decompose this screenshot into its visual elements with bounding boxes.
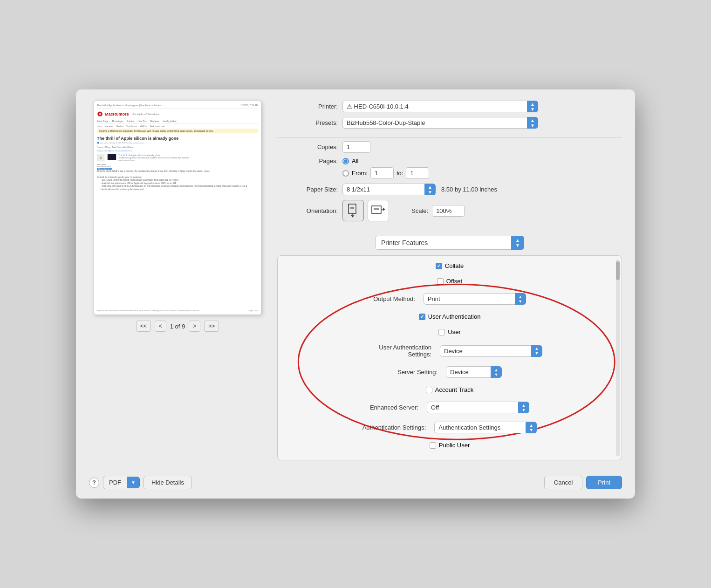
output-method-row: Output Method: Print ▲▼ [285,293,614,305]
landscape-button[interactable] [368,200,389,221]
printer-features-row: Printer Features ▲▼ [277,236,622,250]
preview-page-number: Page 1 of 9 [249,309,258,312]
public-user-checkbox[interactable] [430,442,436,449]
preview-logo: ⚙ MacRumors Got a tip for us? Let us kno… [97,110,258,118]
user-auth-checkbox[interactable] [419,314,425,320]
collate-label: Collate [445,262,464,269]
paper-size-select-wrapper: 8 1/2x11 ▲▼ [342,184,436,195]
server-setting-select[interactable]: Device [446,366,502,378]
user-auth-settings-select[interactable]: Device [440,345,542,357]
print-dialog: The thrill of Apple silicon is already g… [76,89,635,499]
preview-article-title: The thrill of Apple silicon is already g… [97,136,258,141]
user-checkbox[interactable] [438,329,445,335]
help-button[interactable]: ? [89,478,99,488]
preview-banner: Become a MacRumors Supporter for $50/yea… [97,129,258,133]
orientation-row: Orientation: [277,200,622,221]
printer-label: Printer: [277,103,338,110]
paper-size-select[interactable]: 8 1/2x11 [342,184,436,195]
user-auth-settings-row: User Authentication Settings: Device ▲▼ [285,344,614,358]
public-user-row: Public User [285,442,614,449]
collate-checkbox[interactable] [436,263,442,269]
features-scrollbar-thumb [616,261,620,280]
public-user-label: Public User [439,442,470,449]
presets-label: Presets: [277,119,338,126]
pages-all-radio[interactable] [342,158,349,164]
preview-panel: The thrill of Apple silicon is already g… [89,101,266,460]
portrait-button[interactable] [342,200,364,221]
enhanced-server-select[interactable]: Off [427,402,529,413]
user-checkbox-wrapper[interactable]: User [438,328,460,335]
pages-from-input[interactable] [370,167,394,179]
collate-checkbox-wrapper[interactable]: Collate [436,262,464,269]
presets-select-wrapper: BizHub558-Color-Dup-Staple ▲▼ [342,117,538,129]
preview-avatar: S [97,154,104,161]
copies-label: Copies: [277,144,338,150]
printer-features-select[interactable]: Printer Features [375,236,524,250]
preview-subnav: HomeNew postsWatchedYour ContentWikiPost… [97,125,258,127]
portrait-icon [348,204,359,218]
preview-post-text: The thrill of Apple silicon is already g… [118,154,190,161]
pages-to-label: to: [397,170,403,177]
scale-label: Scale: [411,207,428,214]
pages-from-label: From: [352,170,368,177]
pages-range-radio[interactable] [342,170,349,177]
user-auth-checkbox-wrapper[interactable]: User Authentication [419,313,481,320]
orientation-label: Orientation: [277,207,338,214]
settings-panel: Printer: ⚠ HED-C650i-10.0.1.4 ▲▼ Presets… [277,101,622,460]
preview-bullets: • 2014-2020 14nm Intel chip (6 years) to… [101,179,258,191]
page-info: 1 of 9 [170,323,185,330]
scale-input[interactable] [432,205,465,217]
offset-checkbox[interactable] [437,278,444,285]
preview-author-info: sam_deanmacrumors 6502Original poster [97,163,258,170]
copies-input[interactable] [342,141,370,153]
printer-select[interactable]: ⚠ HED-C650i-10.0.1.4 [342,101,538,112]
first-page-button[interactable]: << [136,321,151,332]
preview-post-section: S The thrill of Apple silicon is already… [97,154,258,161]
presets-row: Presets: BizHub558-Color-Dup-Staple ▲▼ [277,117,622,129]
printer-features-select-wrapper: Printer Features ▲▼ [375,236,524,250]
pages-label: Pages: [277,157,338,164]
preview-url: https://forums.macrumors.com/threads/the… [97,309,199,312]
auth-settings-label: Authentication Settings: [362,424,426,431]
last-page-button[interactable]: >> [204,321,219,332]
auth-settings-select-wrapper: Authentication Settings ▲▼ [434,422,537,433]
features-box: Collate Offset Output Method: [277,255,622,460]
pages-range-option: From: to: [342,167,429,179]
prev-page-button[interactable]: < [155,321,166,332]
divider-2 [277,230,622,230]
printer-select-wrapper: ⚠ HED-C650i-10.0.1.4 ▲▼ [342,101,538,112]
features-scrollbar[interactable] [616,260,620,456]
print-button[interactable]: Print [586,476,622,489]
preview-body-text: What the article failed to see is how bi… [97,170,258,179]
next-page-button[interactable]: > [189,321,200,332]
macrumors-name: MacRumors [105,112,129,116]
account-track-label: Account Track [435,386,473,393]
features-group: Collate Offset Output Method: [285,262,614,453]
public-user-checkbox-wrapper[interactable]: Public User [430,442,470,449]
preview-tagline: Got a tip for us? Let us know [133,113,159,116]
user-auth-settings-select-wrapper: Device ▲▼ [440,345,542,357]
preview-tab-title: The thrill of Apple silicon is already g… [97,104,162,107]
paper-size-label: Paper Size: [277,186,338,193]
output-method-select[interactable]: Print [424,293,526,305]
presets-select[interactable]: BizHub558-Color-Dup-Staple [342,117,538,129]
paper-size-info: 8.50 by 11.00 inches [441,186,497,193]
pdf-btn-wrapper: PDF ▼ [103,476,140,489]
cancel-button[interactable]: Cancel [544,476,582,489]
hide-details-button[interactable]: Hide Details [144,476,192,489]
preview-breadcrumb: Forums > Macs > Apple Silicon (Arm) Macs [97,146,258,148]
user-label: User [448,328,460,335]
preview-meta: 👤 sam_dean • Today at 5:56 PM • Sort by … [97,142,258,144]
pages-to-input[interactable] [406,167,429,179]
landscape-icon [371,205,385,216]
pdf-button[interactable]: PDF [103,476,127,489]
preview-thumbnail [107,154,116,160]
auth-settings-select[interactable]: Authentication Settings [434,422,537,433]
preview-post-content: The thrill of Apple silicon is already g… [107,154,258,161]
pdf-arrow-button[interactable]: ▼ [127,477,140,488]
copies-row: Copies: [277,141,622,153]
offset-checkbox-wrapper[interactable]: Offset [437,278,462,285]
preview-timestamp: 1/22/25, 7:53 PM [240,104,258,107]
account-track-checkbox[interactable] [426,387,432,393]
account-track-checkbox-wrapper[interactable]: Account Track [426,386,473,393]
